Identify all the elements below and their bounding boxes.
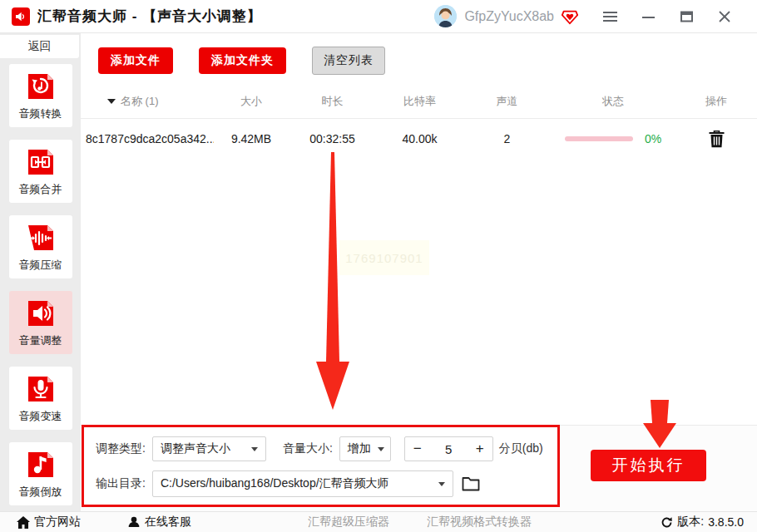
volume-value[interactable]: 5 [430, 437, 468, 461]
column-header-bitrate[interactable]: 比特率 [376, 94, 463, 109]
volume-mode-select[interactable]: 增加 [339, 436, 391, 461]
sidebar-item-label: 音量调整 [19, 333, 62, 348]
tutorial-arrow-down-icon [308, 152, 358, 411]
sidebar-item-label: 音频变速 [19, 409, 62, 424]
sidebar-item-volume-adjust[interactable]: 音量调整 [9, 291, 72, 354]
home-icon [17, 516, 30, 529]
file-channels-cell: 2 [463, 132, 551, 145]
progress-percent-label: 0% [645, 132, 661, 145]
sidebar-item-audio-merge[interactable]: 音频合并 [9, 140, 72, 203]
output-path-value: C:/Users/huibang168/Desktop/汇帮音频大师 [161, 476, 389, 491]
back-button[interactable]: 返回 [0, 35, 79, 58]
table-header: 名称 (1) 大小 时长 比特率 声道 状态 操作 [81, 84, 757, 119]
sidebar-item-audio-compress[interactable]: 音频压缩 [9, 215, 72, 278]
output-dir-label: 输出目录: [96, 476, 146, 491]
delete-file-button[interactable] [675, 131, 757, 148]
support-person-icon [127, 515, 141, 529]
app-logo-speaker-icon [12, 7, 30, 26]
trash-icon [709, 131, 725, 148]
progress-bar [565, 136, 633, 141]
adjust-type-label: 调整类型: [96, 441, 146, 456]
chevron-down-icon [251, 447, 258, 451]
column-header-status: 状态 [551, 94, 675, 109]
add-folder-button[interactable]: 添加文件夹 [199, 47, 286, 74]
add-file-button[interactable]: 添加文件 [98, 47, 173, 74]
file-status-cell: 0% [551, 132, 675, 145]
online-service-link[interactable]: 在线客服 [127, 515, 191, 530]
title-bar: 汇帮音频大师 - 【声音大小调整】 GfpZyYucX8ab [0, 0, 757, 33]
audio-convert-icon [25, 71, 57, 102]
browse-folder-button[interactable] [462, 476, 480, 491]
user-avatar[interactable] [434, 5, 457, 27]
column-header-actions: 操作 [675, 94, 757, 109]
sidebar-item-audio-speed[interactable]: 音频变速 [9, 367, 72, 430]
file-bitrate-cell: 40.00k [376, 132, 463, 145]
sidebar: 返回 音频转换 音频合并 音频压缩 音量调整 [0, 33, 81, 511]
audio-merge-icon [25, 146, 57, 178]
sidebar-item-label: 音频转换 [19, 106, 62, 121]
maximize-button[interactable] [667, 0, 705, 33]
minimize-button[interactable] [629, 0, 667, 33]
adjust-type-select[interactable]: 调整声音大小 [152, 436, 266, 461]
official-site-link[interactable]: 官方网站 [17, 515, 81, 530]
column-header-duration[interactable]: 时长 [289, 94, 376, 109]
compressor-product-link[interactable]: 汇帮超级压缩器 [308, 515, 389, 530]
sidebar-item-label: 音频倒放 [19, 485, 62, 500]
sidebar-item-audio-reverse[interactable]: 音频倒放 [9, 442, 72, 505]
sidebar-item-label: 音频合并 [19, 182, 62, 197]
column-header-size[interactable]: 大小 [214, 94, 289, 109]
sidebar-item-audio-convert[interactable]: 音频转换 [9, 64, 72, 127]
chevron-down-icon [378, 447, 384, 451]
volume-adjust-icon [25, 298, 57, 329]
start-button[interactable]: 开始执行 [591, 450, 706, 481]
video-converter-product-link[interactable]: 汇帮视频格式转换器 [427, 515, 532, 530]
audio-reverse-icon [25, 449, 57, 480]
table-row[interactable]: 8c1787c9dca2c05a342... 9.42MB 00:32:55 4… [81, 119, 757, 159]
settings-panel: 调整类型: 调整声音大小 音量大小: 增加 − 5 + 分贝(db) [82, 425, 560, 507]
vip-badge-icon[interactable] [561, 7, 579, 26]
start-pointer-arrow-icon [636, 400, 683, 450]
folder-icon [462, 476, 480, 491]
output-dir-select[interactable]: C:/Users/huibang168/Desktop/汇帮音频大师 [152, 470, 453, 497]
volume-mode-label: 音量大小: [283, 441, 333, 456]
window-title: 汇帮音频大师 - 【声音大小调整】 [37, 7, 262, 26]
menu-icon[interactable] [591, 0, 629, 33]
main-panel: 添加文件 添加文件夹 清空列表 名称 (1) 大小 时长 比特率 声道 状态 操… [81, 33, 757, 511]
volume-stepper: − 5 + [404, 436, 493, 461]
close-button[interactable] [705, 0, 744, 33]
file-name-cell: 8c1787c9dca2c05a342... [81, 132, 214, 145]
decrease-button[interactable]: − [405, 437, 430, 461]
increase-button[interactable]: + [468, 437, 492, 461]
update-refresh-icon [661, 516, 673, 529]
file-size-cell: 9.42MB [214, 132, 289, 145]
column-header-channels[interactable]: 声道 [463, 94, 551, 109]
file-duration-cell: 00:32:55 [289, 132, 376, 145]
sidebar-item-label: 音频压缩 [19, 258, 62, 273]
audio-speed-icon [25, 373, 57, 405]
audio-compress-icon [25, 222, 57, 254]
clear-list-button[interactable]: 清空列表 [312, 47, 385, 75]
footer-bar: 官方网站 在线客服 汇帮超级压缩器 汇帮视频格式转换器 版本: 3.8.5.0 [0, 511, 757, 532]
toolbar: 添加文件 添加文件夹 清空列表 [81, 33, 757, 75]
column-header-name[interactable]: 名称 (1) [81, 94, 214, 109]
version-info[interactable]: 版本: 3.8.5.0 [661, 515, 744, 530]
decibel-unit-label: 分贝(db) [499, 441, 543, 456]
sort-caret-icon [107, 99, 116, 104]
chevron-down-icon [438, 482, 445, 486]
username-label[interactable]: GfpZyYucX8ab [464, 9, 554, 24]
